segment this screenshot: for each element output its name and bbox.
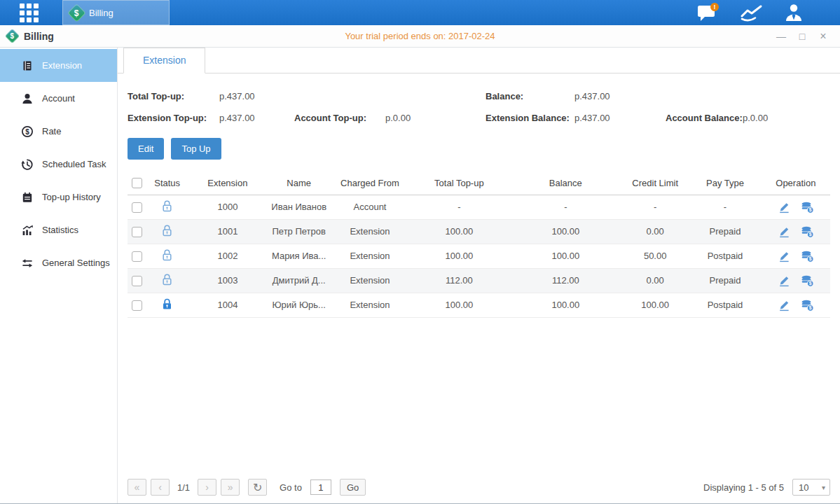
cell-extension: 1001: [188, 219, 266, 244]
window-titlebar: $ Billing Your trial period ends on: 201…: [0, 25, 840, 48]
trial-message: Your trial period ends on: 2017-02-24: [0, 31, 840, 41]
topup-coins-icon[interactable]: $: [801, 225, 814, 238]
tab-extension[interactable]: Extension: [123, 48, 205, 74]
window-title-text: Billing: [24, 31, 54, 42]
extension-topup-value: p.437.00: [219, 113, 294, 123]
cell-credit-limit: 50.00: [621, 244, 689, 268]
cell-credit-limit: 0.00: [621, 219, 689, 244]
lock-open-icon[interactable]: [161, 273, 173, 288]
row-checkbox[interactable]: [132, 251, 142, 262]
cell-name: Иван Иванов: [267, 195, 331, 219]
edit-pencil-icon[interactable]: [778, 250, 790, 262]
sidebar-item-label: Account: [42, 93, 75, 104]
balance-summary: Total Top-up: p.437.00 Balance: p.437.00…: [118, 74, 840, 129]
cell-balance: 100.00: [510, 293, 621, 317]
table-row: 1004 Юрий Юрь... Extension 100.00 100.00…: [128, 293, 830, 317]
col-credit-limit: Credit Limit: [621, 172, 689, 195]
lock-closed-icon[interactable]: [161, 298, 173, 312]
select-all-checkbox[interactable]: [132, 178, 142, 188]
row-checkbox[interactable]: [132, 227, 142, 237]
last-page-icon[interactable]: »: [221, 479, 240, 496]
goto-page-input[interactable]: [310, 479, 331, 495]
edit-pencil-icon[interactable]: [778, 299, 790, 312]
balance-label: Balance:: [486, 91, 574, 102]
cell-name: Петр Петров: [267, 219, 331, 244]
sidebar-item-label: Statistics: [42, 225, 78, 235]
goto-label: Go to: [280, 482, 302, 493]
page-indicator: 1/1: [177, 482, 190, 493]
person-icon: [21, 92, 34, 105]
sidebar-item-label: Top-up History: [42, 192, 101, 202]
cell-pay-type: Prepaid: [689, 268, 761, 293]
sidebar-item-account[interactable]: Account: [0, 82, 117, 115]
row-checkbox[interactable]: [132, 276, 142, 286]
cell-charged-from: Extension: [331, 268, 408, 293]
row-checkbox[interactable]: [132, 300, 142, 311]
topup-coins-icon[interactable]: $: [801, 201, 814, 214]
next-page-icon[interactable]: ›: [198, 479, 216, 496]
cell-balance: 100.00: [510, 244, 621, 268]
edit-pencil-icon[interactable]: [778, 225, 790, 238]
sidebar-item-extension[interactable]: Extension: [0, 49, 117, 82]
extension-topup-label: Extension Top-up:: [128, 113, 219, 123]
user-account-icon[interactable]: [783, 2, 805, 23]
extension-balance-value: p.437.00: [574, 113, 666, 123]
lock-open-icon[interactable]: [161, 248, 173, 263]
cell-name: Юрий Юрь...: [267, 293, 331, 317]
taskbar-icons: !: [696, 0, 840, 25]
edit-pencil-icon[interactable]: [778, 201, 790, 214]
prev-page-icon[interactable]: ‹: [151, 479, 170, 496]
sidebar-item-general-settings[interactable]: General Settings: [0, 246, 117, 279]
maximize-icon[interactable]: □: [797, 31, 808, 41]
table-header-row: Status Extension Name Charged From Total…: [128, 172, 830, 195]
cell-total-topup: 112.00: [408, 268, 509, 293]
col-pay-type: Pay Type: [689, 172, 761, 195]
sidebar-item-topup-history[interactable]: Top-up History: [0, 181, 117, 214]
cell-total-topup: 100.00: [408, 244, 509, 268]
edit-pencil-icon[interactable]: [778, 274, 790, 287]
topup-coins-icon[interactable]: $: [801, 250, 814, 262]
reports-chart-icon[interactable]: [739, 2, 764, 23]
notifications-icon[interactable]: !: [696, 2, 721, 23]
dollar-circle-icon: $: [21, 125, 34, 138]
col-name: Name: [267, 172, 331, 195]
row-checkbox[interactable]: [132, 202, 142, 213]
col-balance: Balance: [510, 172, 621, 195]
first-page-icon[interactable]: «: [128, 479, 146, 496]
sidebar-item-scheduled-task[interactable]: Scheduled Task: [0, 148, 117, 181]
svg-text:!: !: [714, 4, 716, 10]
sidebar-item-label: Scheduled Task: [42, 159, 106, 169]
chevron-down-icon: ▾: [822, 484, 829, 491]
cell-credit-limit: -: [621, 195, 689, 219]
topup-coins-icon[interactable]: $: [801, 274, 814, 287]
lock-open-icon[interactable]: [161, 200, 173, 214]
cell-total-topup: 100.00: [408, 293, 509, 317]
cell-pay-type: Postpaid: [689, 244, 761, 268]
sidebar-item-rate[interactable]: $ Rate: [0, 115, 117, 148]
bar-chart-trend-icon: [21, 224, 34, 237]
pagination: « ‹ 1/1 › » ↻ Go to Go: [128, 479, 366, 496]
minimize-icon[interactable]: —: [776, 31, 787, 41]
refresh-icon[interactable]: ↻: [248, 479, 267, 496]
billing-diamond-icon: $: [67, 4, 86, 22]
page-size-select[interactable]: 10 ▾: [792, 479, 830, 496]
edit-button[interactable]: Edit: [128, 138, 164, 160]
lock-open-icon[interactable]: [161, 224, 173, 239]
taskbar-tab-billing[interactable]: $ Billing: [62, 0, 170, 25]
app-launcher-icon[interactable]: [20, 4, 39, 22]
go-button[interactable]: Go: [340, 479, 366, 496]
cell-total-topup: 100.00: [408, 219, 509, 244]
topup-coins-icon[interactable]: $: [801, 299, 814, 312]
sidebar-item-label: Extension: [42, 60, 82, 71]
cell-pay-type: -: [689, 195, 761, 219]
table-row: 1000 Иван Иванов Account - - - -: [128, 195, 830, 219]
close-icon[interactable]: ×: [818, 31, 829, 42]
cell-charged-from: Extension: [331, 244, 408, 268]
sidebar-item-statistics[interactable]: Statistics: [0, 214, 117, 246]
col-total-topup: Total Top-up: [408, 172, 509, 195]
notepad-icon: [21, 191, 34, 204]
account-balance-label: Account Balance:: [666, 113, 743, 123]
topup-button[interactable]: Top Up: [171, 138, 221, 160]
total-topup-value: p.437.00: [219, 91, 294, 102]
table-row: 1002 Мария Ива... Extension 100.00 100.0…: [128, 244, 830, 268]
